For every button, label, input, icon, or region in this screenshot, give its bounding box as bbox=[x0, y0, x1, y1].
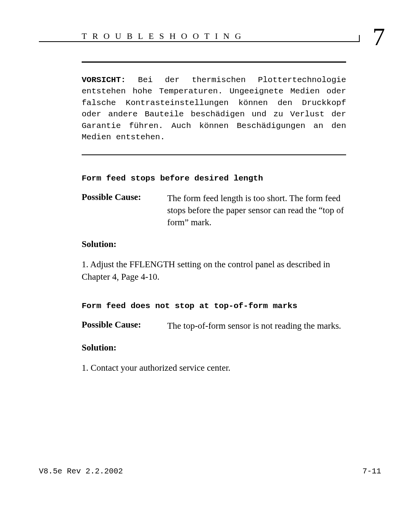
solution-text: 1. Contact your authorized service cente… bbox=[82, 362, 346, 374]
problem-heading: Form feed stops before desired length bbox=[82, 174, 346, 183]
doc-version: V8.5e Rev 2.2.2002 bbox=[39, 467, 123, 476]
solution-label: Solution: bbox=[82, 343, 346, 353]
possible-cause-text: The form feed length is too short. The f… bbox=[167, 192, 346, 228]
header-rule bbox=[39, 41, 360, 42]
possible-cause-label: Possible Cause: bbox=[82, 320, 167, 330]
problem-heading: Form feed does not stop at top-of-form m… bbox=[82, 301, 346, 310]
header-notch bbox=[359, 35, 360, 41]
section-title: TROUBLESHOOTING bbox=[82, 31, 247, 41]
cause-row: Possible Cause: The form feed length is … bbox=[82, 192, 346, 228]
page-header: TROUBLESHOOTING 7 bbox=[39, 31, 381, 47]
solution-text: 1. Adjust the FFLENGTH setting on the co… bbox=[82, 258, 346, 282]
content: VORSICHT: Bei der thermischen Plottertec… bbox=[82, 47, 346, 374]
divider bbox=[82, 154, 346, 155]
divider bbox=[82, 61, 346, 63]
page-footer: V8.5e Rev 2.2.2002 7-11 bbox=[39, 467, 381, 476]
page: TROUBLESHOOTING 7 VORSICHT: Bei der ther… bbox=[39, 31, 381, 379]
possible-cause-label: Possible Cause: bbox=[82, 192, 167, 202]
warning-box: VORSICHT: Bei der thermischen Plottertec… bbox=[82, 74, 346, 143]
warning-body: Bei der thermischen Plottertechnologie e… bbox=[82, 75, 346, 142]
warning-label: VORSICHT: bbox=[82, 75, 126, 84]
cause-row: Possible Cause: The top-of-form sensor i… bbox=[82, 320, 346, 332]
possible-cause-text: The top-of-form sensor is not reading th… bbox=[167, 320, 346, 332]
chapter-number: 7 bbox=[373, 23, 385, 51]
page-number: 7-11 bbox=[362, 467, 381, 476]
solution-label: Solution: bbox=[82, 239, 346, 249]
warning-text: VORSICHT: Bei der thermischen Plottertec… bbox=[82, 74, 346, 143]
